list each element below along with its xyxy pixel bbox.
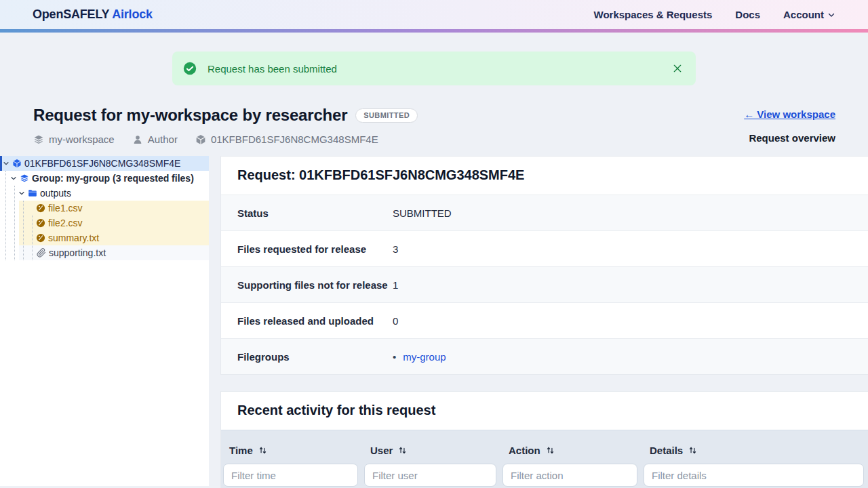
gradient-accent-bar bbox=[0, 29, 868, 33]
tree-item-label: file1.csv bbox=[48, 203, 83, 214]
filter-time-input[interactable] bbox=[223, 464, 358, 487]
detail-label: Supporting files not for release bbox=[221, 279, 393, 291]
filter-action-input[interactable] bbox=[502, 464, 637, 487]
request-overview-label: Request overview bbox=[744, 132, 835, 144]
filegroup-link[interactable]: my-group bbox=[403, 351, 446, 363]
activity-table-header: Time User Action bbox=[221, 430, 868, 488]
tree-item-outputs-folder[interactable]: outputs bbox=[0, 186, 209, 201]
chevron-down-icon[interactable] bbox=[3, 160, 9, 167]
bullet-marker: • bbox=[393, 351, 396, 363]
view-workspace-link[interactable]: ← View workspace bbox=[744, 108, 835, 120]
tree-item-file[interactable]: summary.txt bbox=[19, 230, 209, 245]
nav-links: Workspaces & Requests Docs Account bbox=[594, 9, 835, 20]
content-area: 01KFBFD61SFJ6N8CMG348SMF4E Group: my-gro… bbox=[0, 156, 868, 488]
success-alert: Request has been submitted bbox=[172, 52, 696, 85]
output-file-icon bbox=[36, 203, 45, 213]
chevron-down-icon[interactable] bbox=[10, 175, 17, 182]
output-file-icon bbox=[36, 233, 45, 243]
sort-user-button[interactable] bbox=[398, 446, 407, 455]
tree-item-file[interactable]: file2.csv bbox=[19, 216, 209, 230]
nav-link-label: Workspaces & Requests bbox=[594, 9, 713, 20]
top-navbar: OpenSAFELY Airlock Workspaces & Requests… bbox=[0, 0, 868, 29]
layers-icon bbox=[33, 134, 44, 145]
logo-primary: OpenSAFELY bbox=[33, 7, 109, 21]
check-circle-icon bbox=[183, 62, 197, 75]
user-icon bbox=[132, 134, 143, 145]
tree-item-file[interactable]: file1.csv bbox=[19, 201, 209, 216]
filter-cell-time bbox=[221, 460, 362, 488]
sort-icon bbox=[258, 446, 267, 455]
tree-item-label: Group: my-group (3 requested files) bbox=[32, 173, 194, 184]
tree-item-supporting-file[interactable]: supporting.txt bbox=[19, 245, 209, 260]
column-label: Action bbox=[509, 445, 540, 456]
column-header-time: Time bbox=[221, 430, 362, 460]
tree-item-group[interactable]: Group: my-group (3 requested files) bbox=[0, 171, 209, 186]
folder-icon bbox=[28, 188, 37, 198]
card-gap bbox=[220, 375, 868, 391]
chevron-down-icon[interactable] bbox=[18, 190, 25, 197]
nav-workspaces-requests[interactable]: Workspaces & Requests bbox=[594, 9, 713, 20]
meta-request-id-label: 01KFBFD61SFJ6N8CMG348SMF4E bbox=[211, 134, 378, 145]
sort-action-button[interactable] bbox=[546, 446, 555, 455]
nav-account-menu[interactable]: Account bbox=[783, 9, 835, 20]
request-meta: my-workspace Author 01KFBFD61SFJ6N8CMG34… bbox=[33, 134, 418, 145]
column-label: Time bbox=[229, 445, 253, 456]
output-file-icon bbox=[36, 218, 45, 228]
filter-details-input[interactable] bbox=[644, 464, 864, 487]
tree-item-label: file2.csv bbox=[48, 218, 83, 228]
meta-author: Author bbox=[132, 134, 178, 145]
sort-icon bbox=[546, 446, 555, 455]
tree-item-label: 01KFBFD61SFJ6N8CMG348SMF4E bbox=[24, 158, 180, 169]
nav-link-label: Account bbox=[783, 9, 824, 20]
detail-value: 0 bbox=[393, 315, 398, 327]
close-icon bbox=[672, 63, 683, 74]
status-badge: SUBMITTED bbox=[355, 108, 418, 123]
detail-row-status: Status SUBMITTED bbox=[221, 195, 868, 230]
tree-item-request-root[interactable]: 01KFBFD61SFJ6N8CMG348SMF4E bbox=[0, 156, 209, 171]
detail-label: Status bbox=[221, 207, 393, 219]
recent-activity-title: Recent activity for this request bbox=[221, 392, 868, 430]
file-tree-panel: 01KFBFD61SFJ6N8CMG348SMF4E Group: my-gro… bbox=[0, 156, 209, 486]
detail-value: 3 bbox=[393, 243, 398, 255]
request-cube-icon bbox=[12, 159, 22, 168]
layers-icon bbox=[20, 174, 29, 183]
column-header-action: Action bbox=[500, 430, 642, 460]
detail-row-files-released: Files released and uploaded 0 bbox=[221, 302, 868, 338]
page-title: Request for my-workspace by researcher bbox=[33, 106, 347, 125]
main-panel: Request: 01KFBFD61SFJ6N8CMG348SMF4E Stat… bbox=[220, 156, 868, 488]
sort-icon bbox=[398, 446, 407, 455]
page-header: Request for my-workspace by researcher S… bbox=[0, 85, 868, 145]
request-details-title: Request: 01KFBFD61SFJ6N8CMG348SMF4E bbox=[221, 157, 868, 195]
column-header-user: User bbox=[362, 430, 500, 460]
tree-guide-line bbox=[23, 201, 24, 260]
tree-guide-line bbox=[5, 171, 6, 260]
tree-item-label: summary.txt bbox=[48, 232, 99, 243]
recent-activity-card: Recent activity for this request Time Us… bbox=[220, 391, 868, 488]
meta-workspace-label: my-workspace bbox=[49, 134, 115, 145]
detail-label: Files requested for release bbox=[221, 243, 393, 255]
alert-close-button[interactable] bbox=[670, 61, 685, 76]
filter-user-input[interactable] bbox=[364, 464, 496, 487]
column-label: Details bbox=[650, 445, 683, 456]
nav-docs[interactable]: Docs bbox=[735, 9, 760, 20]
detail-row-filegroups: Filegroups • my-group bbox=[221, 338, 868, 374]
detail-value: 1 bbox=[393, 279, 398, 291]
column-header-details: Details bbox=[642, 430, 868, 460]
cube-icon bbox=[195, 134, 206, 145]
tree-guide-line bbox=[32, 216, 33, 260]
detail-row-files-requested: Files requested for release 3 bbox=[221, 230, 868, 266]
meta-request-id: 01KFBFD61SFJ6N8CMG348SMF4E bbox=[195, 134, 378, 145]
tree-item-label: outputs bbox=[40, 188, 71, 199]
app-logo[interactable]: OpenSAFELY Airlock bbox=[33, 7, 153, 22]
sort-time-button[interactable] bbox=[258, 446, 267, 455]
alert-message: Request has been submitted bbox=[208, 63, 337, 75]
sort-details-button[interactable] bbox=[688, 446, 697, 455]
detail-row-supporting-files: Supporting files not for release 1 bbox=[221, 266, 868, 302]
sort-icon bbox=[688, 446, 697, 455]
request-details-card: Request: 01KFBFD61SFJ6N8CMG348SMF4E Stat… bbox=[220, 156, 868, 375]
tree-item-label: supporting.txt bbox=[49, 247, 106, 258]
filter-cell-action bbox=[500, 460, 642, 488]
column-label: User bbox=[370, 445, 393, 456]
chevron-down-icon bbox=[827, 11, 835, 19]
paperclip-icon bbox=[37, 248, 46, 258]
